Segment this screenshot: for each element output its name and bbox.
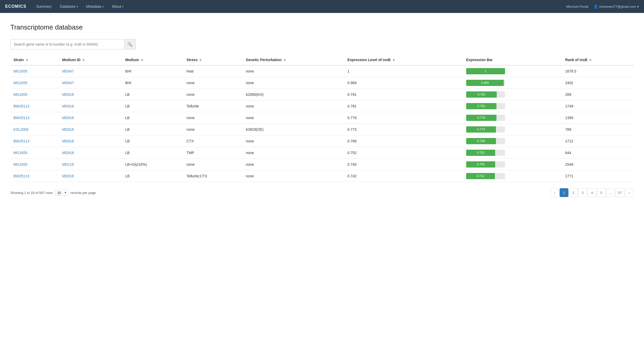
medium-id-cell[interactable]: MD018 bbox=[59, 135, 122, 147]
expression-cell: 1 bbox=[344, 65, 463, 77]
medium-id-cell-link[interactable]: MD018 bbox=[62, 127, 74, 132]
strain-cell-link[interactable]: MG1655 bbox=[13, 81, 27, 85]
strain-cell-link[interactable]: MG1655 bbox=[13, 151, 27, 155]
medium-id-cell-link[interactable]: MD116 bbox=[62, 162, 74, 166]
strain-cell[interactable]: BW25113 bbox=[10, 112, 59, 124]
expression-bar-wrap: 0.773 bbox=[466, 126, 505, 133]
per-page-select[interactable]: 10 25 50 100 bbox=[55, 190, 68, 196]
medium-id-cell[interactable]: MD018 bbox=[59, 89, 122, 100]
col-header-rank-of-insb[interactable]: Rank of insB ⇅ bbox=[562, 55, 634, 65]
medium-id-cell[interactable]: MD018 bbox=[59, 112, 122, 124]
medium-id-cell[interactable]: MD018 bbox=[59, 100, 122, 112]
strain-cell-link[interactable]: KSL2009 bbox=[13, 127, 28, 132]
search-button[interactable]: 🔍 bbox=[124, 39, 136, 49]
nav-database[interactable]: Database ▾ bbox=[56, 0, 82, 13]
pagination-page-1[interactable]: 1 bbox=[560, 188, 568, 197]
medium-cell: LB bbox=[122, 124, 184, 135]
genetic-cell: none bbox=[243, 147, 345, 159]
stress-cell: Tellurite bbox=[184, 100, 243, 112]
table-row: BW25113MD018LBTellurite;CTXnone0.7420.74… bbox=[10, 170, 634, 182]
medium-id-cell[interactable]: MD047 bbox=[59, 77, 122, 89]
col-header-medium[interactable]: Medium ⇅ bbox=[122, 55, 184, 65]
col-header-expression-level-of-insb[interactable]: Expression Level of insB ▼ bbox=[344, 55, 463, 65]
user-menu[interactable]: 👤 minseven77@gmail.com ▾ bbox=[594, 4, 639, 9]
expression-bar-fill: 0.742 bbox=[466, 173, 495, 179]
strain-cell-link[interactable]: BW25113 bbox=[13, 116, 29, 120]
main-content: Transcriptome database 🔍 Strain ⇅Medium … bbox=[0, 13, 644, 204]
col-header-stress[interactable]: Stress ⇅ bbox=[184, 55, 243, 65]
genetic-cell: none bbox=[243, 100, 345, 112]
medium-id-cell-link[interactable]: MD047 bbox=[62, 69, 74, 73]
bar-value-label: 0.791 bbox=[478, 93, 485, 96]
pagination-page-2[interactable]: 2 bbox=[569, 188, 578, 197]
strain-cell[interactable]: MG1655 bbox=[10, 147, 59, 159]
pagination-page-5[interactable]: 5 bbox=[597, 188, 606, 197]
strain-cell-link[interactable]: MG1655 bbox=[13, 69, 27, 73]
nav-metadata[interactable]: Metadata ▾ bbox=[83, 0, 107, 13]
medium-id-cell[interactable]: MD018 bbox=[59, 124, 122, 135]
expression-bar-fill: 0.745 bbox=[466, 161, 495, 168]
rank-cell: 289 bbox=[562, 89, 634, 100]
pagination-prev[interactable]: ‹ bbox=[550, 188, 559, 197]
stress-cell: Tellurite;CTX bbox=[184, 170, 243, 182]
strain-cell[interactable]: MG1655 bbox=[10, 89, 59, 100]
medium-id-cell-link[interactable]: MD018 bbox=[62, 151, 74, 155]
search-input[interactable] bbox=[10, 39, 124, 49]
strain-cell-link[interactable]: BW25113 bbox=[13, 104, 29, 108]
chevron-down-icon: ▾ bbox=[102, 5, 104, 8]
stress-cell: none bbox=[184, 124, 243, 135]
search-icon: 🔍 bbox=[127, 42, 133, 47]
table-body: MG1655MD047BHIheatnone111676.5MG1655MD04… bbox=[10, 65, 634, 182]
medium-id-cell-link[interactable]: MD018 bbox=[62, 92, 74, 97]
medium-id-cell-link[interactable]: MD018 bbox=[62, 116, 74, 120]
strain-cell-link[interactable]: MG1655 bbox=[13, 162, 27, 166]
strain-cell-link[interactable]: BW25113 bbox=[13, 139, 29, 143]
expression-bar-wrap: 1 bbox=[466, 68, 505, 74]
strain-cell[interactable]: BW25113 bbox=[10, 170, 59, 182]
nav-about[interactable]: About ▾ bbox=[108, 0, 127, 13]
medium-id-cell[interactable]: MD018 bbox=[59, 170, 122, 182]
stress-cell: TMP bbox=[184, 147, 243, 159]
strain-cell[interactable]: BW25113 bbox=[10, 135, 59, 147]
col-header-genetic-perturbation[interactable]: Genetic Perturbation ⇅ bbox=[243, 55, 345, 65]
medium-id-cell-link[interactable]: MD047 bbox=[62, 81, 74, 85]
medium-id-cell-link[interactable]: MD018 bbox=[62, 174, 74, 178]
sort-icon: ⇅ bbox=[82, 59, 85, 62]
medium-id-cell-link[interactable]: MD018 bbox=[62, 104, 74, 108]
sort-icon: ⇅ bbox=[140, 59, 143, 62]
genetic-cell: none bbox=[243, 135, 345, 147]
col-header-strain[interactable]: Strain ⇅ bbox=[10, 55, 59, 65]
medium-id-cell-link[interactable]: MD018 bbox=[62, 139, 74, 143]
expression-bar-fill: 0.781 bbox=[466, 103, 496, 109]
expression-cell: 0.776 bbox=[344, 112, 463, 124]
portal-link[interactable]: Microvio Portal bbox=[566, 5, 589, 9]
pagination-next[interactable]: › bbox=[625, 188, 634, 197]
col-header-medium-id[interactable]: Medium ID ⇅ bbox=[59, 55, 122, 65]
strain-cell[interactable]: MG1655 bbox=[10, 159, 59, 170]
table-row: MG1655MD018LBnoneb2060(KO)0.7910.791289 bbox=[10, 89, 634, 100]
bar-value-label: 0.768 bbox=[477, 139, 485, 143]
strain-cell[interactable]: KSL2009 bbox=[10, 124, 59, 135]
strain-cell[interactable]: BW25113 bbox=[10, 100, 59, 112]
strain-cell[interactable]: MG1655 bbox=[10, 77, 59, 89]
strain-cell[interactable]: MG1655 bbox=[10, 65, 59, 77]
strain-cell-link[interactable]: MG1655 bbox=[13, 92, 27, 97]
medium-id-cell[interactable]: MD018 bbox=[59, 147, 122, 159]
bar-value-label: 0.745 bbox=[477, 163, 485, 166]
stress-cell: none bbox=[184, 159, 243, 170]
expression-cell: 0.768 bbox=[344, 135, 463, 147]
medium-cell: BHI bbox=[122, 65, 184, 77]
strain-cell-link[interactable]: BW25113 bbox=[13, 174, 29, 178]
nav-summary[interactable]: Summary bbox=[33, 0, 55, 13]
medium-id-cell[interactable]: MD047 bbox=[59, 65, 122, 77]
data-table-wrap: Strain ⇅Medium ID ⇅Medium ⇅Stress ⇅Genet… bbox=[10, 55, 634, 182]
expression-bar-cell: 0.776 bbox=[463, 112, 562, 124]
medium-id-cell[interactable]: MD116 bbox=[59, 159, 122, 170]
table-footer: Showing 1 to 10 of 567 rows 10 25 50 100… bbox=[10, 186, 634, 199]
expression-bar-cell: 1 bbox=[463, 65, 562, 77]
brand-logo: ECOMICS bbox=[5, 4, 26, 9]
pagination-page-3[interactable]: 3 bbox=[578, 188, 587, 197]
pagination-page-57[interactable]: 57 bbox=[616, 188, 624, 197]
sort-icon: ▼ bbox=[392, 59, 395, 62]
pagination-page-4[interactable]: 4 bbox=[588, 188, 596, 197]
